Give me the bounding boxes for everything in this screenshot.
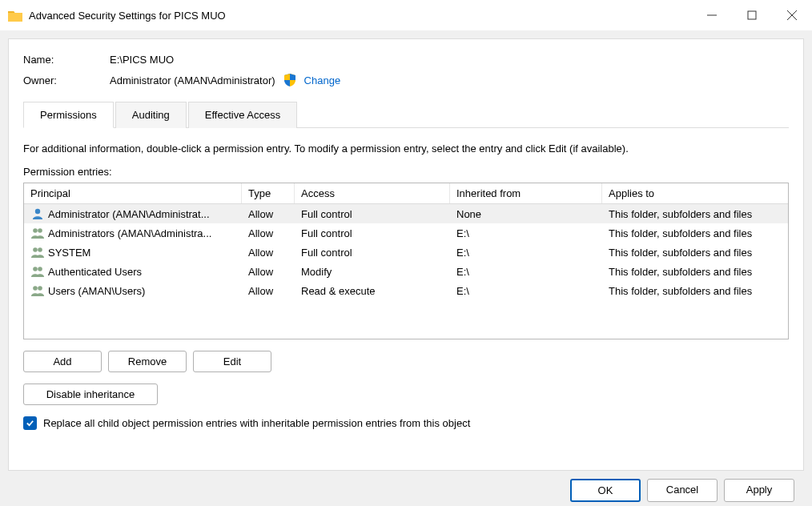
principal-cell: Administrators (AMAN\Administra... <box>48 227 211 239</box>
owner-label: Owner: <box>23 74 110 86</box>
name-label: Name: <box>23 54 110 66</box>
type-cell: Allow <box>242 227 295 240</box>
folder-icon <box>8 10 22 22</box>
inherited-cell: E:\ <box>450 284 602 298</box>
window-title: Advanced Security Settings for PICS MUO <box>29 10 692 22</box>
tab-permissions[interactable]: Permissions <box>23 102 114 128</box>
inherited-cell: E:\ <box>450 246 602 259</box>
col-access[interactable]: Access <box>295 183 450 203</box>
entries-label: Permission entries: <box>23 166 789 178</box>
inherited-cell: E:\ <box>450 227 602 240</box>
edit-button[interactable]: Edit <box>193 351 271 372</box>
col-applies[interactable]: Applies to <box>602 183 788 203</box>
main-panel: Name: E:\PICS MUO Owner: Administrator (… <box>8 38 804 471</box>
remove-button[interactable]: Remove <box>108 351 187 372</box>
tabs: Permissions Auditing Effective Access <box>23 101 789 128</box>
cancel-button[interactable]: Cancel <box>647 479 718 502</box>
instruction-text: For additional information, double-click… <box>23 143 789 155</box>
col-inherited[interactable]: Inherited from <box>450 183 602 203</box>
principal-cell: SYSTEM <box>48 247 90 259</box>
close-button[interactable] <box>772 0 812 30</box>
principal-cell: Authenticated Users <box>48 266 142 278</box>
table-row[interactable]: Users (AMAN\Users)AllowRead & executeE:\… <box>24 281 788 300</box>
col-type[interactable]: Type <box>242 183 295 203</box>
replace-checkbox-row: Replace all child object permission entr… <box>23 416 789 430</box>
minimize-button[interactable] <box>692 0 732 30</box>
inherited-cell: None <box>450 207 602 221</box>
user-icon <box>30 207 45 220</box>
type-cell: Allow <box>242 284 295 298</box>
tab-effective-access[interactable]: Effective Access <box>188 102 297 128</box>
table-header: Principal Type Access Inherited from App… <box>24 183 788 204</box>
titlebar: Advanced Security Settings for PICS MUO <box>0 0 812 30</box>
owner-value: Administrator (AMAN\Administrator) <box>110 74 275 86</box>
inheritance-row: Disable inheritance <box>23 384 789 405</box>
apply-button[interactable]: Apply <box>724 479 794 502</box>
table-row[interactable]: Administrator (AMAN\Administrat...AllowF… <box>24 204 788 223</box>
principal-cell: Administrator (AMAN\Administrat... <box>48 208 210 220</box>
applies-cell: This folder, subfolders and files <box>602 227 788 240</box>
inherited-cell: E:\ <box>450 265 602 279</box>
applies-cell: This folder, subfolders and files <box>602 265 788 279</box>
applies-cell: This folder, subfolders and files <box>602 284 788 298</box>
maximize-button[interactable] <box>732 0 772 30</box>
access-cell: Full control <box>295 207 450 221</box>
group-icon <box>30 246 45 259</box>
replace-checkbox[interactable] <box>23 416 37 430</box>
tab-auditing[interactable]: Auditing <box>115 102 187 128</box>
disable-inheritance-button[interactable]: Disable inheritance <box>23 384 158 405</box>
applies-cell: This folder, subfolders and files <box>602 207 788 221</box>
change-owner-link[interactable]: Change <box>304 74 341 86</box>
access-cell: Modify <box>295 265 450 279</box>
access-cell: Read & execute <box>295 284 450 298</box>
action-buttons-row: Add Remove Edit <box>23 351 789 372</box>
group-icon <box>30 284 45 297</box>
table-row[interactable]: Administrators (AMAN\Administra...AllowF… <box>24 223 788 243</box>
permissions-table[interactable]: Principal Type Access Inherited from App… <box>23 183 789 339</box>
dialog-buttons: OK Cancel Apply <box>8 471 804 502</box>
tab-content: For additional information, double-click… <box>23 128 789 430</box>
svg-rect-1 <box>748 11 756 19</box>
col-principal[interactable]: Principal <box>24 183 242 203</box>
type-cell: Allow <box>242 246 295 259</box>
name-row: Name: E:\PICS MUO <box>23 54 789 66</box>
access-cell: Full control <box>295 227 450 240</box>
table-row[interactable]: Authenticated UsersAllowModifyE:\This fo… <box>24 262 788 281</box>
applies-cell: This folder, subfolders and files <box>602 246 788 259</box>
window-controls <box>692 0 812 30</box>
access-cell: Full control <box>295 246 450 259</box>
owner-row: Owner: Administrator (AMAN\Administrator… <box>23 74 789 86</box>
add-button[interactable]: Add <box>23 351 102 372</box>
group-icon <box>30 265 45 278</box>
principal-cell: Users (AMAN\Users) <box>48 285 145 297</box>
table-row[interactable]: SYSTEMAllowFull controlE:\This folder, s… <box>24 243 788 262</box>
type-cell: Allow <box>242 207 295 221</box>
ok-button[interactable]: OK <box>570 479 641 502</box>
shield-icon <box>283 74 296 86</box>
group-icon <box>30 227 45 239</box>
type-cell: Allow <box>242 265 295 279</box>
name-value: E:\PICS MUO <box>110 54 174 66</box>
replace-checkbox-label: Replace all child object permission entr… <box>43 417 470 429</box>
